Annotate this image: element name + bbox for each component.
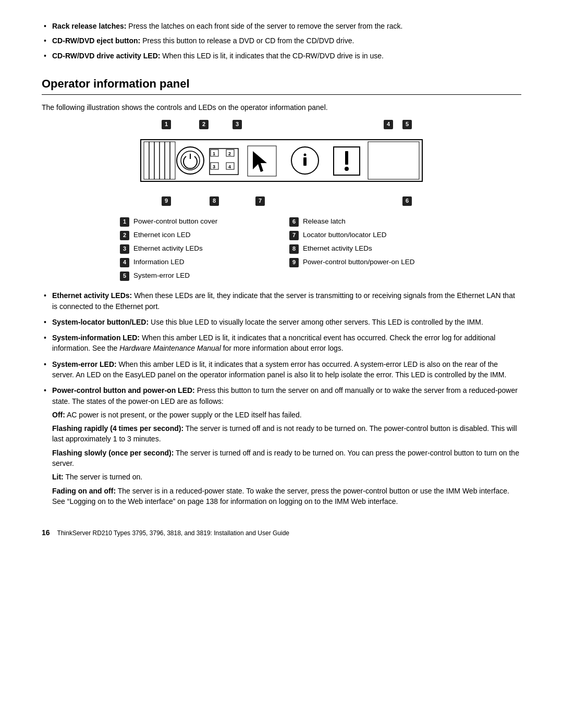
page-footer: 16 ThinkServer RD210 Types 3795, 3796, 3…: [42, 527, 521, 538]
legend-text-7: Locator button/locator LED: [303, 230, 387, 240]
legend-row-2: 2 Ethernet icon LED: [120, 229, 274, 241]
bullet-system-error: System-error LED: When this amber LED is…: [42, 359, 521, 380]
panel-diagram: 1 2 3 4: [136, 130, 427, 195]
bullet-bold-sys-error: System-error LED:: [52, 360, 117, 368]
footer-text: ThinkServer RD210 Types 3795, 3796, 3818…: [57, 529, 289, 538]
legend-text-1: Power-control button cover: [133, 216, 217, 227]
bullet-text-1: Press the latches on each front side of …: [128, 22, 402, 30]
bullet-bold-3: CD-RW/DVD drive activity LED:: [52, 52, 160, 60]
legend-num-7: 7: [289, 231, 299, 240]
italic-hmm: Hardware Maintenance Manual: [119, 344, 221, 352]
bullet-text-locator: Use this blue LED to visually locate the…: [151, 318, 483, 326]
svg-point-21: [304, 154, 307, 156]
legend-row-1: 1 Power-control button cover: [120, 215, 274, 228]
bullet-text-sys-error: When this amber LED is lit, it indicates…: [52, 360, 506, 379]
intro-text: The following illustration shows the con…: [42, 102, 521, 113]
bullet-power-led: Power-control button and power-on LED: P…: [42, 385, 521, 507]
bottom-label-7: 7: [255, 196, 265, 206]
legend-row-8: 8 Ethernet activity LEDs: [289, 242, 443, 255]
bullet-text-2: Press this button to release a DVD or CD…: [142, 36, 354, 45]
sub-item-flash-rapid: Flashing rapidly (4 times per second): T…: [52, 423, 521, 445]
bullet-cdrw-led: CD-RW/DVD drive activity LED: When this …: [42, 51, 521, 61]
sub-text-off: AC power is not present, or the power su…: [67, 411, 302, 419]
bullet-text-3: When this LED is lit, it indicates that …: [162, 52, 384, 60]
bullet-bold-locator: System-locator button/LED:: [52, 318, 149, 326]
page-number: 16: [42, 527, 50, 538]
sub-bold-fading: Fading on and off:: [52, 487, 116, 495]
top-label-4: 4: [384, 120, 393, 129]
bullet-info-led: System-information LED: When this amber …: [42, 332, 521, 354]
bullet-bold-ethernet: Ethernet activity LEDs:: [52, 291, 132, 300]
svg-rect-26: [368, 142, 419, 179]
bullet-bold-1: Rack release latches:: [52, 22, 126, 30]
sub-item-lit: Lit: The server is turned on.: [52, 472, 521, 482]
legend-num-6: 6: [289, 217, 299, 227]
sub-text-lit: The server is turned on.: [65, 473, 142, 481]
bullet-locator: System-locator button/LED: Use this blue…: [42, 317, 521, 327]
legend-text-3: Ethernet activity LEDs: [133, 243, 203, 254]
legend-row-3: 3 Ethernet activity LEDs: [120, 242, 274, 255]
sub-bold-flash-slow: Flashing slowly (once per second):: [52, 449, 174, 457]
bottom-label-8: 8: [210, 196, 219, 206]
legend-row-9: 9 Power-control button/power-on LED: [289, 256, 443, 268]
legend-text-5: System-error LED: [133, 270, 190, 281]
top-label-5: 5: [402, 120, 412, 129]
svg-rect-0: [141, 140, 422, 181]
bottom-label-6: 6: [402, 196, 412, 206]
top-label-2: 2: [199, 120, 209, 129]
legend-row-4: 4 Information LED: [120, 256, 274, 268]
legend-text-4: Information LED: [133, 257, 185, 267]
legend-num-8: 8: [289, 244, 299, 254]
svg-rect-22: [303, 157, 307, 166]
top-bullets-section: Rack release latches: Press the latches …: [42, 21, 521, 61]
legend-text-9: Power-control button/power-on LED: [303, 257, 415, 267]
legend-row-6: 6 Release latch: [289, 215, 443, 228]
legend-num-5: 5: [120, 272, 129, 281]
svg-text:4: 4: [228, 164, 231, 169]
bullet-cdrw-eject: CD-RW/DVD eject button: Press this butto…: [42, 35, 521, 46]
legend-text-6: Release latch: [303, 216, 346, 227]
svg-point-25: [345, 167, 349, 171]
legend-text-2: Ethernet icon LED: [133, 230, 191, 240]
sub-bold-lit: Lit:: [52, 473, 64, 481]
bottom-label-9: 9: [162, 196, 171, 206]
legend-num-1: 1: [120, 217, 129, 227]
diagram-container: 1 2 3 4 5: [42, 120, 521, 206]
bullet-bold-power: Power-control button and power-on LED:: [52, 386, 195, 394]
legend-table: 1 Power-control button cover 6 Release l…: [120, 215, 443, 282]
sub-bold-off: Off:: [52, 411, 65, 419]
svg-text:1: 1: [213, 151, 215, 156]
sub-items-power: Off: AC power is not present, or the pow…: [52, 410, 521, 507]
bullet-rack-release: Rack release latches: Press the latches …: [42, 21, 521, 31]
bullet-ethernet-leds: Ethernet activity LEDs: When these LEDs …: [42, 290, 521, 312]
sub-item-flash-slow: Flashing slowly (once per second): The s…: [52, 448, 521, 469]
bullet-text-info2: for more information about error logs.: [221, 344, 344, 352]
main-bullets-section: Ethernet activity LEDs: When these LEDs …: [42, 290, 521, 507]
sub-item-off: Off: AC power is not present, or the pow…: [52, 410, 521, 420]
legend-num-2: 2: [120, 231, 129, 240]
svg-rect-24: [345, 151, 348, 165]
top-label-3: 3: [232, 120, 242, 129]
svg-text:2: 2: [228, 151, 231, 156]
section-heading: Operator information panel: [42, 76, 521, 95]
sub-item-fading: Fading on and off: The server is in a re…: [52, 486, 521, 507]
legend-num-4: 4: [120, 258, 129, 267]
legend-num-3: 3: [120, 244, 129, 254]
bullet-bold-2: CD-RW/DVD eject button:: [52, 36, 140, 45]
bullet-bold-info: System-information LED:: [52, 334, 140, 342]
legend-row-7: 7 Locator button/locator LED: [289, 229, 443, 241]
svg-text:3: 3: [213, 164, 215, 169]
top-label-1: 1: [162, 120, 171, 129]
legend-num-9: 9: [289, 258, 299, 267]
sub-text-fading: The server is in a reduced-power state. …: [52, 487, 509, 505]
legend-row-5: 5 System-error LED: [120, 269, 274, 282]
legend-text-8: Ethernet activity LEDs: [303, 243, 372, 254]
sub-bold-flash-rapid: Flashing rapidly (4 times per second):: [52, 424, 183, 433]
